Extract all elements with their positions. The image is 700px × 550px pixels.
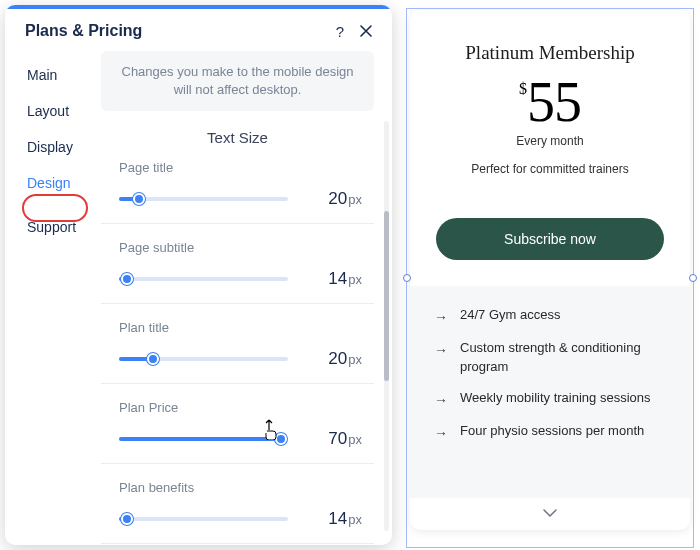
tab-layout[interactable]: Layout — [5, 93, 101, 129]
currency-symbol: $ — [519, 80, 527, 98]
close-icon[interactable] — [356, 21, 376, 41]
section-title: Text Size — [101, 119, 374, 150]
slider-value: 14px — [306, 269, 366, 289]
slider-track — [119, 437, 288, 441]
slider-fill — [119, 437, 281, 441]
plan-price: $ 55 — [436, 74, 664, 130]
plan-name: Platinum Membership — [436, 42, 664, 64]
expand-toggle[interactable] — [410, 498, 690, 530]
slider-label: Page title — [119, 160, 366, 175]
chevron-down-icon — [542, 508, 558, 518]
settings-tabs: Main Layout Display Design Support — [5, 51, 101, 545]
slider-row: Page title20px — [101, 150, 374, 224]
settings-panel: Plans & Pricing ? Main Layout Display De… — [5, 5, 392, 545]
feature-item: →24/7 Gym access — [434, 306, 666, 327]
arrow-right-icon: → — [434, 307, 448, 327]
arrow-right-icon: → — [434, 390, 448, 410]
slider-row: Plan Price70px — [101, 384, 374, 464]
plan-card: Platinum Membership $ 55 Every month Per… — [410, 10, 690, 530]
slider-track — [119, 277, 288, 281]
slider-thumb[interactable] — [121, 513, 133, 525]
settings-content: Changes you make to the mobile design wi… — [101, 51, 392, 545]
arrow-right-icon: → — [434, 423, 448, 443]
slider-value: 20px — [306, 189, 366, 209]
slider-value: 20px — [306, 349, 366, 369]
slider-thumb[interactable] — [147, 353, 159, 365]
slider-thumb[interactable] — [133, 193, 145, 205]
plan-features: →24/7 Gym access→Custom strength & condi… — [410, 286, 690, 498]
slider-row: Plan benefits14px — [101, 464, 374, 544]
feature-text: Weekly mobility training sessions — [460, 389, 651, 408]
slider-row: Page subtitle14px — [101, 224, 374, 304]
slider-label: Page subtitle — [119, 240, 366, 255]
slider-label: Plan benefits — [119, 480, 366, 495]
feature-text: 24/7 Gym access — [460, 306, 560, 325]
text-size-slider[interactable] — [119, 511, 288, 527]
tab-display[interactable]: Display — [5, 129, 101, 165]
panel-title: Plans & Pricing — [25, 22, 324, 40]
feature-item: →Weekly mobility training sessions — [434, 389, 666, 410]
feature-item: →Custom strength & conditioning program — [434, 339, 666, 377]
tab-design[interactable]: Design — [5, 165, 101, 201]
tab-support[interactable]: Support — [5, 209, 101, 245]
subscribe-button[interactable]: Subscribe now — [436, 218, 664, 260]
price-value: 55 — [527, 74, 581, 130]
text-size-slider[interactable] — [119, 271, 288, 287]
slider-label: Plan Price — [119, 400, 366, 415]
slider-track — [119, 517, 288, 521]
scrollbar-thumb[interactable] — [384, 211, 389, 381]
billing-period: Every month — [436, 134, 664, 148]
feature-text: Four physio sessions per month — [460, 422, 644, 441]
slider-thumb[interactable] — [121, 273, 133, 285]
tab-main[interactable]: Main — [5, 57, 101, 93]
slider-row: Plan title20px — [101, 304, 374, 384]
slider-value: 70px — [306, 429, 366, 449]
feature-text: Custom strength & conditioning program — [460, 339, 666, 377]
panel-scrollbar[interactable] — [384, 121, 389, 531]
text-size-slider[interactable] — [119, 431, 288, 447]
panel-header: Plans & Pricing ? — [5, 9, 392, 51]
slider-thumb[interactable] — [275, 433, 287, 445]
slider-value: 14px — [306, 509, 366, 529]
text-size-slider[interactable] — [119, 351, 288, 367]
arrow-right-icon: → — [434, 340, 448, 360]
help-icon[interactable]: ? — [330, 21, 350, 41]
slider-track — [119, 357, 288, 361]
feature-item: →Four physio sessions per month — [434, 422, 666, 443]
text-size-slider[interactable] — [119, 191, 288, 207]
slider-label: Plan title — [119, 320, 366, 335]
plan-tagline: Perfect for committed trainers — [436, 162, 664, 176]
info-banner: Changes you make to the mobile design wi… — [101, 51, 374, 111]
resize-handle-right[interactable] — [689, 274, 697, 282]
